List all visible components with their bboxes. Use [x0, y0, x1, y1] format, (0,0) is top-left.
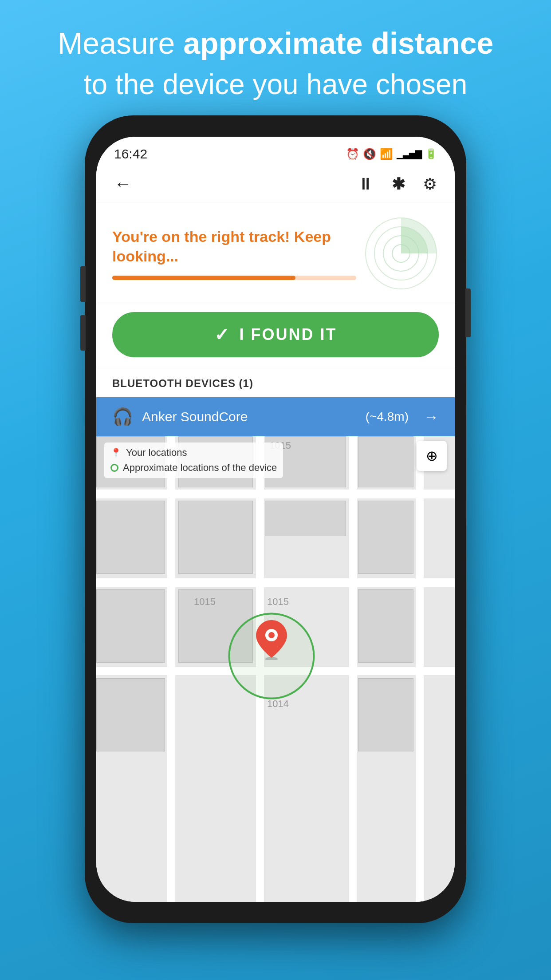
- location-pin-svg: [256, 620, 287, 660]
- headline-bold: approximate distance: [183, 26, 493, 60]
- header-section: Measure approximate distance to the devi…: [0, 0, 551, 115]
- legend-your-locations: 📍 Your locations: [110, 447, 277, 458]
- road-v3: [349, 436, 357, 902]
- signal-icon: ▁▃▅▇: [397, 149, 421, 159]
- bluetooth-header: BLUETOOTH DEVICES (1): [96, 369, 455, 397]
- road-h2: [96, 578, 455, 587]
- headphone-icon: 🎧: [112, 407, 133, 427]
- road-h1: [96, 490, 455, 498]
- volume-down-button[interactable]: [80, 315, 86, 351]
- device-arrow-icon: →: [424, 408, 439, 426]
- center-location-button[interactable]: ⊕: [417, 441, 447, 471]
- headline-line2: to the device you have chosen: [35, 67, 516, 102]
- phone-screen: 16:42 ⏰ 🔇 📶 ▁▃▅▇ 🔋 ← ⏸ ✱ ⚙ You're on the…: [96, 137, 455, 902]
- device-name: Anker SoundCore: [142, 409, 357, 424]
- headline: Measure approximate distance: [35, 24, 516, 62]
- building-4: [358, 436, 413, 487]
- progress-bar-fill: [112, 276, 295, 280]
- status-bar: 16:42 ⏰ 🔇 📶 ▁▃▅▇ 🔋: [96, 137, 455, 167]
- building-6: [178, 501, 253, 574]
- mute-icon: 🔇: [363, 148, 376, 160]
- tracking-title: You're on the right track! Keep looking.…: [112, 227, 356, 266]
- svg-point-6: [268, 632, 275, 638]
- nav-bar: ← ⏸ ✱ ⚙: [96, 167, 455, 202]
- location-pin-area: [227, 612, 316, 700]
- status-time: 16:42: [114, 146, 147, 162]
- tracking-section: You're on the right track! Keep looking.…: [96, 202, 455, 302]
- found-it-button[interactable]: ✓ I FOUND IT: [112, 312, 439, 357]
- your-location-icon: 📍: [110, 447, 122, 458]
- map-legend: 📍 Your locations Approximate locations o…: [104, 443, 283, 478]
- building-13: [358, 678, 413, 751]
- back-button[interactable]: ←: [114, 174, 132, 194]
- road-v1: [167, 436, 175, 902]
- wifi-icon: 📶: [380, 148, 393, 160]
- legend-device-locations: Approximate locations of the device: [110, 462, 277, 474]
- building-9: [96, 589, 165, 663]
- bluetooth-button[interactable]: ✱: [392, 175, 405, 194]
- building-12: [96, 678, 165, 751]
- legend-circle-indicator: [110, 464, 118, 472]
- volume-up-button[interactable]: [80, 266, 86, 302]
- power-button[interactable]: [465, 288, 471, 337]
- headline-regular: Measure: [58, 26, 183, 60]
- found-it-label: I FOUND IT: [240, 325, 337, 344]
- radar-svg: [363, 216, 439, 291]
- map-container[interactable]: 1015 1015 1015 1014 📍 Your: [96, 436, 455, 902]
- tracking-text: You're on the right track! Keep looking.…: [112, 227, 356, 280]
- road-v4: [416, 436, 424, 902]
- building-8: [358, 501, 413, 574]
- battery-icon: 🔋: [425, 148, 437, 160]
- radar-graphic: [363, 216, 439, 291]
- nav-actions: ⏸ ✱ ⚙: [357, 174, 437, 194]
- building-11: [358, 589, 413, 663]
- phone-wrapper: 16:42 ⏰ 🔇 📶 ▁▃▅▇ 🔋 ← ⏸ ✱ ⚙ You're on the…: [85, 115, 466, 923]
- pause-button[interactable]: ⏸: [357, 174, 374, 194]
- bluetooth-section: BLUETOOTH DEVICES (1) 🎧 Anker SoundCore …: [96, 369, 455, 436]
- device-row[interactable]: 🎧 Anker SoundCore (~4.8m) →: [96, 397, 455, 436]
- check-icon: ✓: [214, 324, 231, 345]
- settings-button[interactable]: ⚙: [423, 175, 437, 194]
- device-distance: (~4.8m): [366, 410, 409, 424]
- building-7: [265, 501, 346, 536]
- map-label-3: 1015: [267, 596, 289, 608]
- status-icons: ⏰ 🔇 📶 ▁▃▅▇ 🔋: [346, 148, 437, 160]
- progress-bar-track: [112, 276, 356, 280]
- building-5: [96, 501, 165, 574]
- target-icon: ⊕: [426, 447, 438, 464]
- alarm-icon: ⏰: [346, 148, 359, 160]
- found-button-container: ✓ I FOUND IT: [96, 302, 455, 369]
- map-label-2: 1015: [194, 596, 216, 608]
